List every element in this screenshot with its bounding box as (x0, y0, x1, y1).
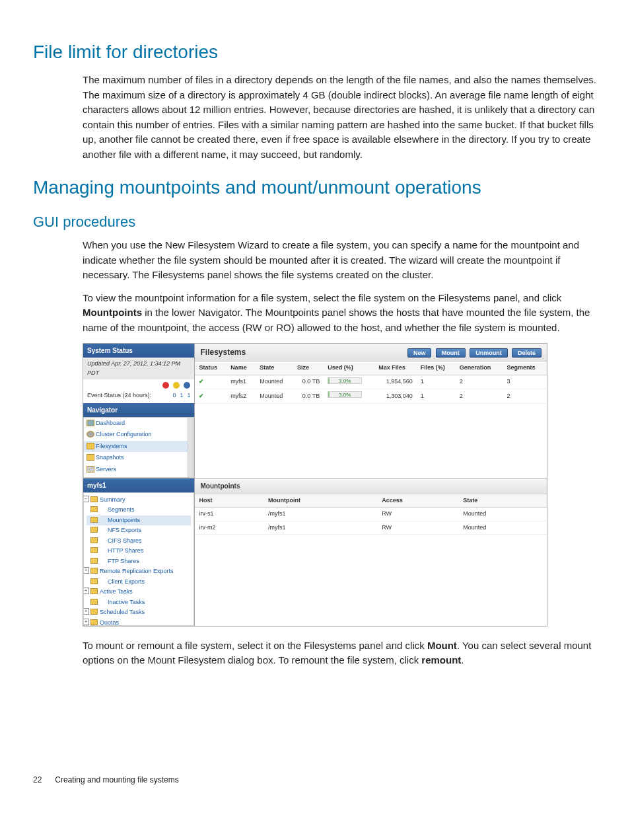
delete-button[interactable]: Delete (512, 348, 542, 358)
event-status-row (83, 379, 194, 391)
table-row[interactable]: ✔ myfs1 Mounted 0.0 TB 3.0% 1,954,560 1 … (195, 375, 547, 389)
mount-button[interactable]: Mount (436, 348, 466, 358)
error-icon (162, 382, 169, 389)
nav-snapshots[interactable]: Snapshots (84, 452, 193, 464)
system-status-bar: System Status (83, 344, 194, 358)
updated-timestamp: Updated Apr. 27, 2012, 1:34:12 PM PDT (83, 358, 194, 379)
filesystems-panel-header: Filesystems New Mount Unmount Delete (195, 344, 547, 362)
cell: Mounted (459, 521, 547, 535)
navigator-list[interactable]: Dashboard Cluster Configuration Filesyst… (83, 417, 194, 478)
tree-mountpoints[interactable]: Mountpoints (87, 515, 191, 526)
fs-col-size[interactable]: Size (293, 362, 324, 375)
mountpoints-panel-header: Mountpoints (195, 478, 547, 494)
heading-file-limit: File limit for directories (33, 38, 597, 66)
nav-cluster-config[interactable]: Cluster Configuration (84, 429, 193, 441)
fs-col-name[interactable]: Name (227, 362, 256, 375)
cell: 1,303,040 (374, 389, 416, 404)
navigator-bar: Navigator (83, 403, 194, 417)
page-footer: 22 Creating and mounting file systems (33, 774, 597, 786)
new-button[interactable]: New (407, 348, 432, 358)
fs-col-state[interactable]: State (256, 362, 293, 375)
tree-remote-replication[interactable]: +Remote Replication Exports (87, 566, 191, 577)
tree-scheduled-tasks[interactable]: +Scheduled Tasks (87, 607, 191, 618)
filesystems-title: Filesystems (200, 346, 246, 358)
para-gui-1: When you use the New Filesystem Wizard t… (83, 238, 597, 283)
cell: 1,954,560 (374, 375, 416, 389)
mountpoints-table[interactable]: Host Mountpoint Access State irv-s1 /myf… (195, 494, 547, 535)
para-file-limit: The maximum number of files in a directo… (83, 73, 597, 162)
cell: myfs1 (227, 375, 256, 389)
nav-file-shares[interactable]: File Shares (84, 475, 193, 478)
text: To view the mountpoint information for a… (83, 292, 561, 303)
cell: 2 (456, 375, 503, 389)
tree-http-shares[interactable]: HTTP Shares (87, 546, 191, 556)
status-ok-icon: ✔ (199, 393, 204, 399)
info-icon (184, 382, 190, 389)
cell: /myfs1 (264, 521, 378, 535)
tree-inactive-tasks[interactable]: Inactive Tasks (87, 597, 191, 608)
cell: 3 (503, 375, 547, 389)
para-mount-instructions: To mount or remount a file system, selec… (83, 638, 597, 668)
fs-detail-tree[interactable]: −Summary Segments Mountpoints NFS Export… (83, 492, 194, 626)
cell: /myfs1 (264, 508, 378, 521)
heading-gui-procedures: GUI procedures (33, 211, 597, 233)
event-count-info[interactable]: 1 (187, 391, 190, 401)
table-row[interactable]: irv-m2 /myfs1 RW Mounted (195, 521, 547, 535)
cell: irv-m2 (195, 521, 264, 535)
tree-ftp-shares[interactable]: FTP Shares (87, 556, 191, 567)
text: . (461, 654, 464, 666)
mp-col-access[interactable]: Access (378, 494, 459, 508)
used-bar: 3.0% (328, 377, 362, 384)
text: in the lower Navigator. The Mountpoints … (83, 307, 590, 333)
text: To mount or remount a file system, selec… (83, 640, 427, 651)
tree-client-exports[interactable]: Client Exports (87, 577, 191, 588)
event-count-error[interactable]: 0 (172, 391, 176, 401)
bold-remount: remount (421, 654, 461, 666)
nav-servers[interactable]: Servers (84, 464, 193, 476)
tree-segments[interactable]: Segments (87, 505, 191, 515)
cell: 1 (417, 389, 456, 404)
mountpoints-title: Mountpoints (200, 481, 240, 491)
table-row[interactable]: irv-s1 /myfs1 RW Mounted (195, 508, 547, 521)
fs-col-gen[interactable]: Generation (456, 362, 503, 375)
fs-col-used[interactable]: Used (%) (324, 362, 374, 375)
event-count-warn[interactable]: 1 (180, 391, 183, 401)
table-row[interactable]: ✔ myfs2 Mounted 0.0 TB 3.0% 1,303,040 1 … (195, 389, 547, 404)
nav-filesystems[interactable]: Filesystems (84, 441, 193, 453)
warning-icon (173, 382, 180, 389)
nav-dashboard[interactable]: Dashboard (84, 418, 193, 430)
fs-col-status[interactable]: Status (195, 362, 227, 375)
cell: 0.0 TB (293, 375, 324, 389)
mp-col-host[interactable]: Host (195, 494, 264, 508)
gui-screenshot: System Status Updated Apr. 27, 2012, 1:3… (83, 343, 547, 627)
bold-mountpoints: Mountpoints (83, 307, 142, 318)
filesystems-table[interactable]: Status Name State Size Used (%) Max File… (195, 362, 547, 404)
cell: 2 (503, 389, 547, 404)
mp-col-mountpoint[interactable]: Mountpoint (264, 494, 378, 508)
used-bar: 3.0% (328, 391, 362, 398)
tree-summary[interactable]: −Summary (87, 495, 191, 506)
tree-quotas[interactable]: +Quotas (87, 618, 191, 626)
cell: myfs2 (227, 389, 256, 404)
chapter-title: Creating and mounting file systems (55, 775, 178, 784)
tree-active-tasks[interactable]: +Active Tasks (87, 587, 191, 597)
mp-col-state[interactable]: State (459, 494, 547, 508)
tree-cifs-shares[interactable]: CIFS Shares (87, 536, 191, 547)
cell: 0.0 TB (293, 389, 324, 404)
fs-col-files[interactable]: Files (%) (417, 362, 456, 375)
cell: 1 (417, 375, 456, 389)
fs-col-seg[interactable]: Segments (503, 362, 547, 375)
cell: irv-s1 (195, 508, 264, 521)
cell: RW (378, 508, 459, 521)
unmount-button[interactable]: Unmount (470, 348, 508, 358)
event-status-label: Event Status (24 hours): (87, 391, 151, 401)
tree-nfs-exports[interactable]: NFS Exports (87, 525, 191, 536)
bold-mount: Mount (427, 640, 457, 651)
cell: Mounted (256, 389, 293, 404)
fs-col-maxfiles[interactable]: Max Files (374, 362, 416, 375)
cell: 2 (456, 389, 503, 404)
selected-fs-bar: myfs1 (83, 478, 194, 492)
para-gui-2: To view the mountpoint information for a… (83, 291, 597, 336)
heading-managing-mountpoints: Managing mountpoints and mount/unmount o… (33, 174, 597, 202)
cell: RW (378, 521, 459, 535)
